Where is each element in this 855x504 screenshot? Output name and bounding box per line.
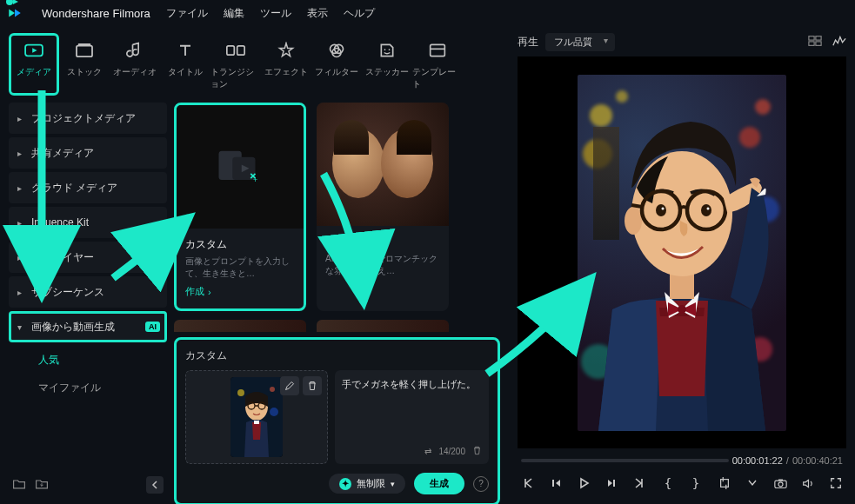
delete-prompt-button[interactable] [472, 446, 482, 457]
edit-image-button[interactable] [280, 376, 299, 395]
playhead-icon[interactable] [5, 0, 21, 12]
step-back-button[interactable] [549, 476, 563, 490]
card-strip [174, 320, 500, 332]
tree-label: 共有メディア [31, 146, 94, 161]
stock-icon [72, 38, 97, 63]
tree-subsequence[interactable]: ▸サブシーケンス [9, 276, 167, 308]
svg-point-16 [237, 389, 244, 396]
tree-label: 画像から動画生成 [31, 320, 115, 335]
tool-media[interactable]: メディア [9, 33, 59, 96]
waveform-view-icon[interactable] [832, 35, 846, 50]
svg-point-28 [678, 305, 686, 314]
card-ai-kiss[interactable]: AIキス AIによるキスでロマンチックな雰囲気を加え… [317, 103, 449, 311]
tree-label: サブシーケンス [31, 285, 104, 300]
chevron-right-icon: ▸ [16, 253, 23, 262]
unlimited-pill[interactable]: ✦ 無制限 ▾ [329, 474, 405, 494]
fullscreen-button[interactable] [829, 476, 843, 490]
card-title: AIキス [325, 235, 440, 249]
tool-label: ストック [67, 66, 102, 78]
shuffle-icon[interactable]: ⇄ [424, 447, 431, 456]
template-icon [425, 38, 450, 63]
card-action[interactable]: 作成› [185, 285, 295, 298]
card-thumb: + [177, 105, 304, 229]
timeline-track[interactable] [521, 459, 729, 462]
tool-label: エフェクト [264, 66, 308, 78]
crop-button[interactable] [718, 476, 731, 490]
tree-sub-popular[interactable]: 人気 [9, 346, 167, 374]
image-upload-slot[interactable] [185, 370, 328, 464]
tool-label: オーディオ [113, 66, 157, 78]
svg-point-8 [384, 49, 386, 50]
marker-dropdown-button[interactable] [745, 476, 759, 490]
tree-sub-myfiles[interactable]: マイファイル [9, 374, 167, 401]
new-folder-icon[interactable] [12, 478, 26, 493]
menu-view[interactable]: 表示 [307, 6, 328, 21]
svg-rect-40 [552, 480, 554, 487]
tree-label: 調整レイヤー [31, 250, 94, 265]
tool-audio[interactable]: オーディオ [110, 33, 160, 96]
mark-out-button[interactable]: } [689, 476, 703, 490]
menu-edit[interactable]: 編集 [224, 6, 244, 21]
grid-view-icon[interactable] [808, 35, 822, 50]
tool-label: メディア [17, 66, 51, 78]
preview-frame [578, 75, 786, 431]
play-button[interactable] [577, 476, 591, 490]
quality-select[interactable]: フル品質 [545, 33, 615, 51]
tool-label: タイトル [168, 66, 203, 78]
svg-point-38 [707, 207, 710, 209]
char-counter: 14/200 [438, 447, 465, 456]
delete-image-button[interactable] [303, 376, 322, 395]
tree-image-to-video[interactable]: ▾ 画像から動画生成 AI [9, 311, 167, 342]
tool-filter[interactable]: フィルター [311, 33, 362, 96]
volume-button[interactable] [801, 476, 815, 490]
svg-rect-29 [670, 273, 694, 299]
tree-influence-kit[interactable]: ▸Influence Kit [9, 207, 167, 238]
card-desc: 画像とプロンプトを入力して、生き生きと… [185, 255, 295, 280]
tree-shared-media[interactable]: ▸共有メディア [9, 137, 167, 169]
svg-rect-24 [809, 36, 814, 40]
tree-project-media[interactable]: ▸プロジェクトメディア [9, 103, 167, 134]
svg-point-37 [662, 207, 665, 209]
uploaded-image-thumb [230, 377, 283, 457]
tree-cloud-media[interactable]: ▸クラウド メディア [9, 172, 167, 203]
collapse-sidebar-button[interactable] [146, 476, 164, 494]
next-frame-button[interactable] [632, 476, 646, 490]
import-folder-icon[interactable] [35, 478, 49, 493]
prompt-input[interactable]: 手でメガネを軽く押し上げた。 ⇄ 14/200 [335, 370, 490, 464]
tool-effect[interactable]: エフェクト [261, 33, 311, 96]
tool-template[interactable]: テンプレート [412, 33, 463, 96]
svg-rect-47 [778, 479, 783, 481]
menu-file[interactable]: ファイル [166, 6, 208, 21]
menu-tools[interactable]: ツール [260, 6, 291, 21]
preview-canvas [518, 56, 846, 448]
tool-transition[interactable]: トランジション [210, 33, 261, 96]
svg-text:+: + [253, 176, 257, 184]
generate-button[interactable]: 生成 [414, 473, 464, 494]
card-desc: AIによるキスでロマンチックな雰囲気を加え… [325, 253, 440, 277]
step-forward-button[interactable] [605, 476, 618, 490]
mark-in-button[interactable]: { [661, 476, 675, 490]
sidebar-tree: ▸プロジェクトメディア ▸共有メディア ▸クラウド メディア ▸Influenc… [9, 103, 167, 497]
tool-label: トランジション [210, 66, 261, 90]
tool-stock[interactable]: ストック [59, 33, 110, 96]
media-icon [22, 38, 46, 63]
help-icon[interactable]: ? [473, 476, 489, 492]
custom-generation-panel: カスタム [174, 337, 500, 504]
svg-point-36 [701, 204, 711, 216]
tool-title[interactable]: タイトル [160, 33, 210, 96]
library-toolbar: メディア ストック オーディオ タイトル トランジション エフェクト [9, 33, 500, 96]
card-custom[interactable]: + カスタム 画像とプロンプトを入力して、生き生きと… 作成› [174, 103, 306, 311]
sticker-icon [375, 38, 399, 63]
tool-sticker[interactable]: ステッカー [362, 33, 412, 96]
svg-rect-27 [816, 42, 821, 45]
time-sep: / [786, 455, 789, 466]
menu-help[interactable]: ヘルプ [344, 6, 375, 21]
svg-point-46 [778, 481, 783, 486]
prev-frame-button[interactable] [521, 476, 535, 490]
snapshot-button[interactable] [773, 476, 787, 490]
tree-label: Influence Kit [31, 216, 89, 229]
audio-icon [123, 38, 147, 63]
tree-adjustment-layer[interactable]: ▸調整レイヤー [9, 242, 167, 273]
chevron-right-icon: › [208, 287, 211, 297]
svg-rect-10 [431, 44, 445, 56]
